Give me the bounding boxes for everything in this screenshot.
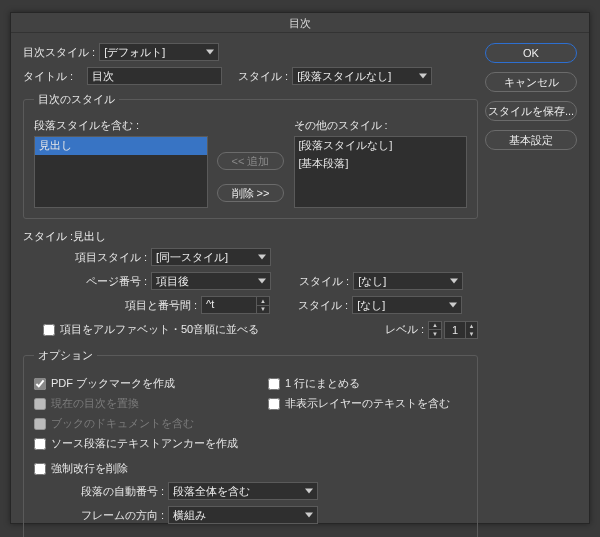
toc-styles-group: 目次のスタイル 段落スタイルを含む : 見出し << 追加 削除 >> その他の… xyxy=(23,99,478,219)
other-listbox[interactable]: [段落スタイルなし] [基本段落] xyxy=(294,136,468,208)
save-style-button[interactable]: スタイルを保存... xyxy=(485,101,577,121)
title-style-select[interactable]: [段落スタイルなし] xyxy=(292,67,432,85)
dialog-title: 目次 xyxy=(11,13,589,33)
hidden-layers-checkbox[interactable]: 非表示レイヤーのテキストを含む xyxy=(268,394,450,413)
run-in-checkbox[interactable]: 1 行にまとめる xyxy=(268,374,450,393)
button-column: OK キャンセル スタイルを保存... 基本設定 xyxy=(485,43,577,159)
sort-checkbox[interactable]: 項目をアルファベット・50音順に並べる xyxy=(43,320,259,339)
level-stepper[interactable]: 1 ▲▼ xyxy=(444,321,478,339)
list-item[interactable]: [段落スタイルなし] xyxy=(295,137,467,155)
include-book-checkbox: ブックのドキュメントを含む xyxy=(34,414,238,433)
auto-num-select[interactable]: 段落全体を含む xyxy=(168,482,318,500)
between-style-label: スタイル : xyxy=(298,298,348,313)
title-input[interactable]: 目次 xyxy=(87,67,222,85)
frame-dir-select[interactable]: 横組み xyxy=(168,506,318,524)
frame-dir-label: フレームの方向 : xyxy=(64,508,164,523)
include-listbox[interactable]: 見出し xyxy=(34,136,208,208)
toc-dialog: 目次 OK キャンセル スタイルを保存... 基本設定 目次スタイル : [デフ… xyxy=(10,12,590,524)
cancel-button[interactable]: キャンセル xyxy=(485,72,577,92)
remove-button[interactable]: 削除 >> xyxy=(217,184,285,202)
list-item[interactable]: 見出し xyxy=(35,137,207,155)
page-num-select[interactable]: 項目後 xyxy=(151,272,271,290)
title-label: タイトル : xyxy=(23,69,83,84)
between-label: 項目と番号間 : xyxy=(43,298,197,313)
pdf-bookmark-checkbox[interactable]: PDF ブックマークを作成 xyxy=(34,374,238,393)
toc-style-select[interactable]: [デフォルト] xyxy=(99,43,219,61)
between-style-select[interactable]: [なし] xyxy=(352,296,462,314)
page-num-style-select[interactable]: [なし] xyxy=(353,272,463,290)
level-label: レベル : xyxy=(385,322,424,337)
text-anchor-checkbox[interactable]: ソース段落にテキストアンカーを作成 xyxy=(34,434,238,453)
fewer-options-button[interactable]: 基本設定 xyxy=(485,130,577,150)
between-input[interactable]: ^t xyxy=(201,296,257,314)
list-item[interactable]: [基本段落] xyxy=(295,155,467,173)
page-num-label: ページ番号 : xyxy=(43,274,147,289)
between-flyout[interactable]: ▲▼ xyxy=(256,296,270,314)
replace-toc-checkbox: 現在の目次を置換 xyxy=(34,394,238,413)
entry-style-select[interactable]: [同一スタイル] xyxy=(151,248,271,266)
include-label: 段落スタイルを含む : xyxy=(34,118,208,133)
toc-style-label: 目次スタイル : xyxy=(23,45,95,60)
options-legend: オプション xyxy=(34,348,97,363)
level-nudge[interactable]: ▲▼ xyxy=(428,321,442,339)
page-num-style-label: スタイル : xyxy=(299,274,349,289)
other-label: その他のスタイル : xyxy=(294,118,468,133)
ok-button[interactable]: OK xyxy=(485,43,577,63)
entry-style-label: 項目スタイル : xyxy=(43,250,147,265)
options-group: オプション PDF ブックマークを作成 現在の目次を置換 ブックのドキュメントを… xyxy=(23,355,478,537)
auto-num-label: 段落の自動番号 : xyxy=(64,484,164,499)
title-style-label: スタイル : xyxy=(238,69,288,84)
style-detail-head: スタイル :見出し xyxy=(23,229,478,244)
group-legend: 目次のスタイル xyxy=(34,92,119,107)
remove-forced-checkbox[interactable]: 強制改行を削除 xyxy=(34,459,128,478)
add-button[interactable]: << 追加 xyxy=(217,152,285,170)
